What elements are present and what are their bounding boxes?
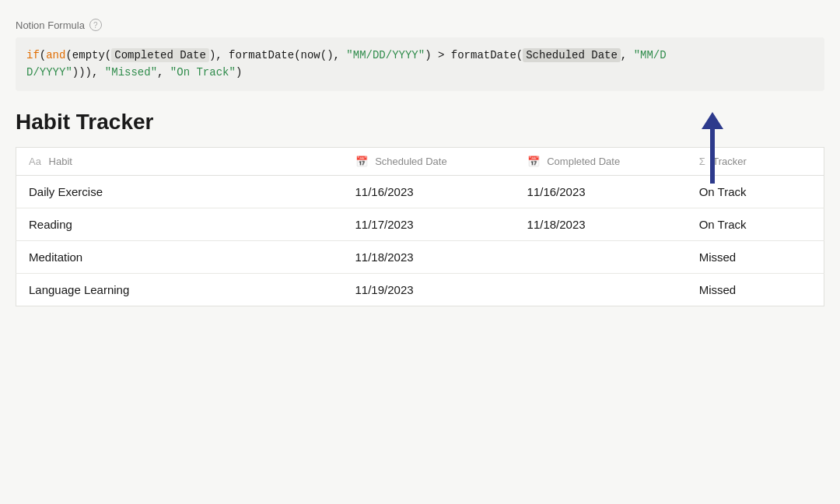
arrow-shaft — [710, 129, 715, 184]
cell-completed-3 — [515, 273, 687, 306]
code-on-track: "On Track" — [170, 66, 236, 79]
table-row: Language Learning 11/19/2023 Missed — [16, 273, 824, 306]
code-format1: "MM/DD/YYYY" — [346, 49, 425, 61]
code-formatdate1: formatDate — [229, 49, 294, 61]
cell-scheduled-2: 11/18/2023 — [343, 240, 515, 273]
cell-scheduled-3: 11/19/2023 — [343, 273, 515, 306]
habit-col-label: Habit — [49, 156, 72, 167]
cell-scheduled-0: 11/16/2023 — [343, 175, 515, 208]
code-formatdate2: formatDate — [451, 49, 516, 61]
cell-scheduled-1: 11/17/2023 — [343, 208, 515, 240]
cell-tracker-3: Missed — [687, 273, 824, 306]
scheduled-col-icon: 📅 — [355, 156, 368, 167]
code-now: now — [301, 49, 320, 61]
code-scheduled-date-prop: Scheduled Date — [523, 48, 621, 62]
code-and: and — [46, 49, 65, 61]
col-header-completed: 📅 Completed Date — [515, 147, 687, 175]
code-completed-date-prop: Completed Date — [111, 48, 209, 62]
formula-label: Notion Formula ? — [16, 19, 824, 31]
table-body: Daily Exercise 11/16/2023 11/16/2023 On … — [16, 175, 824, 306]
help-icon[interactable]: ? — [89, 19, 102, 31]
code-if: if — [26, 49, 40, 61]
cell-tracker-2: Missed — [687, 240, 824, 273]
formula-code-block: if(and(empty(Completed Date), formatDate… — [16, 37, 824, 91]
completed-col-label: Completed Date — [547, 156, 620, 167]
page-wrapper: Notion Formula ? if(and(empty(Completed … — [16, 19, 824, 306]
formula-section: Notion Formula ? if(and(empty(Completed … — [16, 19, 824, 91]
cell-completed-2 — [515, 240, 687, 273]
formula-label-text: Notion Formula — [16, 19, 85, 31]
code-missed: "Missed" — [105, 66, 157, 79]
arrow-container — [702, 112, 723, 184]
table-row: Meditation 11/18/2023 Missed — [16, 240, 824, 273]
cell-habit-0: Daily Exercise — [16, 175, 343, 208]
cell-habit-3: Language Learning — [16, 273, 343, 306]
cell-tracker-1: On Track — [687, 208, 824, 240]
cell-completed-1: 11/18/2023 — [515, 208, 687, 240]
arrow-head — [702, 112, 723, 129]
habit-col-icon: Aa — [29, 156, 41, 167]
code-empty: empty — [72, 49, 105, 61]
table-row: Reading 11/17/2023 11/18/2023 On Track — [16, 208, 824, 240]
cell-habit-1: Reading — [16, 208, 343, 240]
completed-col-icon: 📅 — [527, 156, 540, 167]
scheduled-col-label: Scheduled Date — [375, 156, 447, 167]
cell-completed-0: 11/16/2023 — [515, 175, 687, 208]
col-header-habit: Aa Habit — [16, 147, 343, 175]
cell-habit-2: Meditation — [16, 240, 343, 273]
col-header-scheduled: 📅 Scheduled Date — [343, 147, 515, 175]
